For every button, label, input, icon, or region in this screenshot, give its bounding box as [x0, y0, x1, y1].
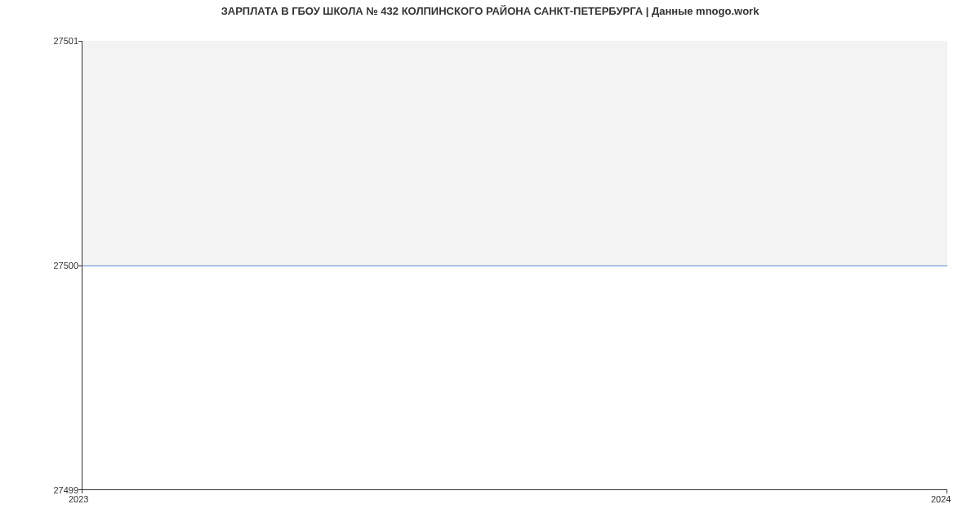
x-tick-label: 2024 [931, 495, 951, 504]
data-line [82, 266, 947, 266]
y-tick-mark [78, 41, 82, 42]
y-tick-label: 27500 [5, 261, 78, 270]
x-tick-mark [82, 490, 82, 493]
x-tick-mark [947, 490, 947, 493]
salary-chart: ЗАРПЛАТА В ГБОУ ШКОЛА № 432 КОЛПИНСКОГО … [0, 0, 980, 531]
y-tick-label: 27501 [5, 37, 78, 46]
area-fill [82, 41, 947, 266]
y-tick-label: 27499 [5, 486, 78, 495]
plot-area [82, 41, 947, 490]
y-tick-mark [78, 266, 82, 266]
chart-title: ЗАРПЛАТА В ГБОУ ШКОЛА № 432 КОЛПИНСКОГО … [0, 5, 980, 17]
x-tick-label: 2023 [69, 495, 88, 504]
